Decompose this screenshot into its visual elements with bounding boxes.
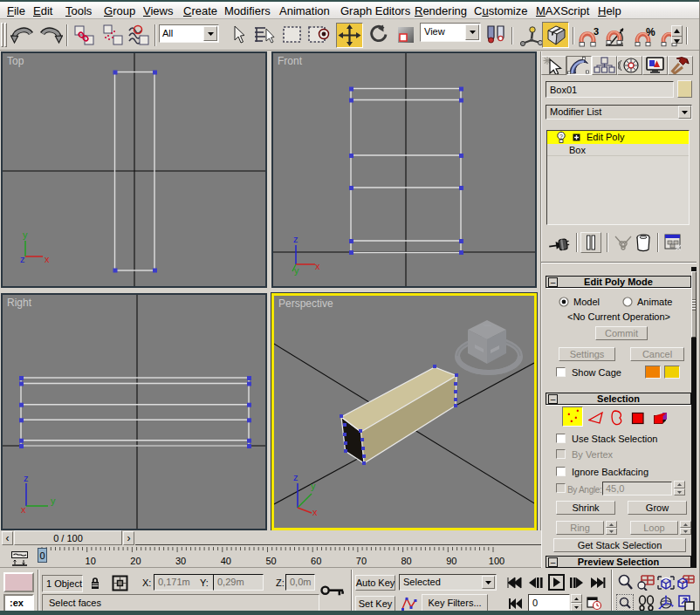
svg-text:z: z — [20, 254, 25, 264]
svg-text:Front: Front — [278, 55, 303, 67]
svg-text:Perspective: Perspective — [278, 297, 333, 310]
svg-text:Right: Right — [7, 297, 32, 309]
svg-text:x: x — [21, 504, 26, 515]
svg-text:100: 100 — [489, 556, 504, 566]
svg-text:%: % — [646, 28, 655, 38]
svg-text:?: ? — [559, 133, 563, 140]
svg-text:y: y — [23, 229, 28, 240]
svg-text:70: 70 — [356, 556, 367, 566]
svg-text:40: 40 — [221, 556, 231, 566]
svg-text:z: z — [24, 473, 29, 483]
svg-text:y: y — [311, 481, 316, 491]
svg-text:y: y — [51, 495, 56, 506]
svg-text:z: z — [293, 234, 299, 244]
svg-text:x: x — [45, 254, 50, 264]
svg-text:20: 20 — [130, 556, 141, 566]
svg-text:90: 90 — [446, 556, 456, 566]
svg-text:60: 60 — [311, 556, 321, 566]
svg-text:Top: Top — [7, 55, 24, 67]
svg-text:80: 80 — [401, 556, 411, 566]
svg-text:30: 30 — [175, 556, 186, 566]
svg-text:3: 3 — [594, 28, 599, 37]
svg-text:10: 10 — [86, 556, 96, 566]
svg-text:x: x — [312, 507, 318, 517]
svg-text:x: x — [315, 261, 320, 271]
svg-text:z: z — [293, 472, 299, 482]
svg-text:50: 50 — [265, 556, 276, 566]
